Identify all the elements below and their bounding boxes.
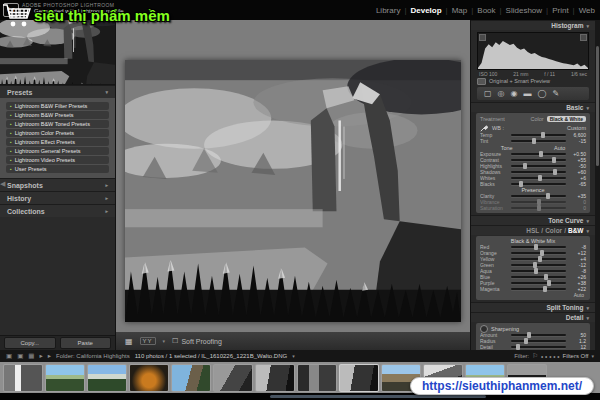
- tone-auto-button[interactable]: Auto: [554, 145, 565, 151]
- soft-proofing-toggle[interactable]: ☐ Soft Proofing: [172, 337, 222, 345]
- folder-breadcrumb[interactable]: Folder: California Highlights: [56, 353, 130, 359]
- next-photo-icon[interactable]: ▸: [48, 352, 51, 360]
- prev-photo-icon[interactable]: ▸: [39, 352, 42, 360]
- treatment-color-option[interactable]: Color: [530, 116, 543, 122]
- basic-panel-header[interactable]: Basic ▾: [471, 102, 595, 112]
- module-tab-develop[interactable]: Develop: [410, 6, 441, 15]
- module-tab-print[interactable]: Print: [552, 6, 568, 15]
- slider-thumb[interactable]: [519, 181, 523, 187]
- preset-item[interactable]: ▪Lightroom Video Presets: [6, 156, 109, 164]
- slider-track[interactable]: [511, 288, 566, 290]
- slider-track[interactable]: [511, 201, 566, 203]
- histogram-header[interactable]: Histogram ▾: [471, 20, 595, 30]
- slider-track[interactable]: [511, 264, 566, 266]
- bw-mix-auto-button[interactable]: Auto: [480, 292, 586, 298]
- copy-button[interactable]: Copy...: [4, 337, 56, 349]
- slider-thumb[interactable]: [553, 169, 557, 175]
- slider-thumb[interactable]: [538, 256, 542, 262]
- slider-track[interactable]: [511, 195, 566, 197]
- slider-track[interactable]: [511, 165, 566, 167]
- presets-section-header[interactable]: Presets ▾: [0, 85, 115, 98]
- preset-item[interactable]: ▪Lightroom Effect Presets: [6, 138, 109, 146]
- second-window-icon[interactable]: ▣: [17, 352, 23, 360]
- slider-track[interactable]: [511, 177, 566, 179]
- module-tab-library[interactable]: Library: [376, 6, 400, 15]
- slider-track[interactable]: [511, 252, 566, 254]
- filmstrip-thumbnail[interactable]: [213, 364, 253, 392]
- spot-removal-tool-icon[interactable]: ◎: [498, 87, 505, 100]
- preset-item[interactable]: ▪Lightroom Color Presets: [6, 129, 109, 137]
- slider-track[interactable]: [511, 270, 566, 272]
- slider-thumb[interactable]: [534, 244, 538, 250]
- color-tab[interactable]: Color: [545, 227, 562, 234]
- grid-view-icon[interactable]: ▦: [28, 352, 34, 360]
- slider-track[interactable]: [511, 334, 566, 336]
- slider-track[interactable]: [511, 153, 566, 155]
- source-triangle-icon[interactable]: ▾: [292, 353, 295, 359]
- slider-thumb[interactable]: [534, 268, 538, 274]
- preset-item[interactable]: ▪Lightroom B&W Toned Presets: [6, 120, 109, 128]
- adjustment-brush-tool-icon[interactable]: ✎: [552, 87, 559, 100]
- hsl-tab[interactable]: HSL: [526, 227, 539, 234]
- slider-thumb[interactable]: [539, 151, 543, 157]
- left-section-collections[interactable]: Collections▸: [0, 204, 115, 217]
- filmstrip-thumbnail[interactable]: [171, 364, 211, 392]
- filters-triangle-icon[interactable]: ▾: [591, 353, 594, 359]
- slider-track[interactable]: [511, 207, 566, 209]
- loupe-view-icon[interactable]: ▦: [125, 337, 133, 346]
- slider-track[interactable]: [511, 246, 566, 248]
- histogram-graph[interactable]: [477, 32, 589, 70]
- preset-item[interactable]: ▪User Presets: [6, 165, 109, 173]
- slider-thumb[interactable]: [524, 338, 528, 344]
- preset-item[interactable]: ▪Lightroom General Presets: [6, 147, 109, 155]
- module-tab-book[interactable]: Book: [477, 6, 495, 15]
- slider-track[interactable]: [511, 140, 566, 142]
- slider-track[interactable]: [511, 258, 566, 260]
- radial-filter-tool-icon[interactable]: ◯: [538, 87, 547, 100]
- detail-panel-header[interactable]: Detail ▾: [471, 312, 595, 322]
- slider-track[interactable]: [511, 183, 566, 185]
- right-panel-scrollbar[interactable]: [595, 20, 600, 350]
- before-after-view-icon[interactable]: YY: [140, 337, 156, 345]
- slider-thumb[interactable]: [523, 163, 527, 169]
- slider-track[interactable]: [511, 340, 566, 342]
- module-tab-map[interactable]: Map: [452, 6, 468, 15]
- preset-item[interactable]: ▪Lightroom B&W Presets: [6, 111, 109, 119]
- filters-off-dropdown[interactable]: Filters Off: [563, 353, 589, 359]
- filmstrip-thumbnail[interactable]: [297, 364, 337, 392]
- bw-tab[interactable]: B&W: [568, 227, 584, 234]
- module-tab-slideshow[interactable]: Slideshow: [506, 6, 542, 15]
- slider-track[interactable]: [511, 346, 566, 348]
- red-eye-tool-icon[interactable]: ◉: [511, 87, 518, 100]
- filmstrip-thumbnail[interactable]: [3, 364, 43, 392]
- slider-track[interactable]: [511, 282, 566, 284]
- slider-track[interactable]: [511, 159, 566, 161]
- filmstrip-thumbnail[interactable]: [87, 364, 127, 392]
- selection-status[interactable]: 110 photos / 1 selected / IL_1610226_122…: [135, 353, 287, 359]
- wb-eyedropper-icon[interactable]: [480, 124, 488, 132]
- graduated-filter-tool-icon[interactable]: ▬: [524, 87, 532, 100]
- slider-thumb[interactable]: [538, 175, 542, 181]
- filmstrip-thumbnail[interactable]: [45, 364, 85, 392]
- slider-thumb[interactable]: [537, 205, 541, 211]
- shadow-clipping-icon[interactable]: [479, 34, 486, 41]
- slider-thumb[interactable]: [541, 132, 545, 138]
- filmstrip-thumbnail[interactable]: [339, 364, 379, 392]
- view-options-triangle-icon[interactable]: ▾: [163, 338, 166, 344]
- main-photo[interactable]: [125, 60, 461, 322]
- left-section-history[interactable]: History▸: [0, 191, 115, 204]
- tone-curve-panel-header[interactable]: Tone Curve ▾: [471, 215, 595, 225]
- collapse-left-panel-icon[interactable]: ◀: [0, 180, 5, 188]
- split-toning-panel-header[interactable]: Split Toning ▾: [471, 302, 595, 312]
- preset-item[interactable]: ▪Lightroom B&W Filter Presets: [6, 102, 109, 110]
- navigator-preview[interactable]: [0, 20, 115, 85]
- main-window-icon[interactable]: ▣: [6, 352, 12, 360]
- star-filter-icons[interactable]: • • • • •: [541, 353, 560, 360]
- flag-filter-icon[interactable]: ⚐: [532, 352, 538, 360]
- highlight-clipping-icon[interactable]: [580, 34, 587, 41]
- filmstrip-thumbnail[interactable]: [129, 364, 169, 392]
- left-section-snapshots[interactable]: Snapshots▸: [0, 178, 115, 191]
- slider-thumb[interactable]: [547, 280, 551, 286]
- filmstrip-thumbnail[interactable]: [255, 364, 295, 392]
- slider-thumb[interactable]: [543, 286, 547, 292]
